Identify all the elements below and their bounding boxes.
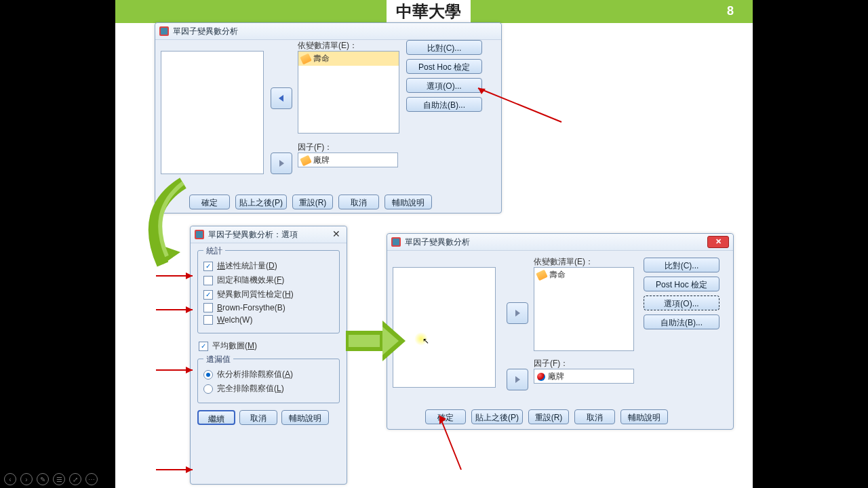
bootstrap-button[interactable]: 自助法(B)...: [644, 314, 719, 329]
cancel-button[interactable]: 取消: [574, 409, 615, 424]
scale-icon: [300, 53, 312, 64]
scale-icon: [536, 269, 548, 281]
missing-group-label: 遺漏值: [203, 354, 233, 365]
welch-checkbox[interactable]: Welch(W): [203, 315, 334, 325]
prev-slide-button[interactable]: ‹: [4, 473, 16, 485]
dependent-item[interactable]: 壽命: [537, 269, 631, 281]
arrow-left-icon: [277, 94, 286, 103]
contrast-button[interactable]: 比對(C)...: [406, 40, 482, 55]
nominal-icon: [537, 373, 545, 381]
cancel-button[interactable]: 取消: [338, 195, 379, 209]
factor-field[interactable]: 廠牌: [298, 152, 398, 167]
reset-button[interactable]: 重設(R): [292, 195, 333, 209]
source-variable-list[interactable]: [393, 267, 496, 388]
options-button[interactable]: 選項(O)...: [406, 78, 482, 93]
cursor-icon: ↖: [422, 336, 429, 346]
options-dialog-title: 單因子變異數分析：選項: [208, 229, 298, 241]
paste-button[interactable]: 貼上之後(P): [235, 195, 287, 209]
scale-icon: [300, 155, 312, 166]
close-button[interactable]: ✕: [707, 236, 729, 248]
move-to-dependent-button[interactable]: [271, 87, 292, 109]
dependent-item[interactable]: 壽命: [298, 52, 399, 66]
next-slide-button[interactable]: ›: [20, 473, 33, 485]
svg-marker-12: [157, 244, 180, 264]
reset-button[interactable]: 重設(R): [528, 409, 569, 424]
factor-field[interactable]: 廠牌: [534, 369, 634, 384]
options-cancel-button[interactable]: 取消: [239, 410, 277, 425]
means-plot-checkbox[interactable]: ✓平均數圖(M): [199, 340, 340, 352]
more-button[interactable]: ⋯: [85, 473, 98, 485]
exclude-listwise-radio[interactable]: 完全排除觀察值(L): [203, 383, 334, 394]
dependent-variable-list[interactable]: 壽命: [298, 51, 399, 134]
statistics-group: 統計 ✓描述性統計量(D) 固定和隨機效果(F) ✓變異數同質性檢定(H) Br…: [197, 250, 340, 333]
arrow-right-icon: [513, 375, 522, 384]
university-label: 中華大學: [387, 0, 471, 23]
help-button[interactable]: 輔助說明: [384, 195, 432, 209]
factor-label: 因子(F)：: [534, 358, 568, 369]
descriptive-checkbox[interactable]: ✓描述性統計量(D): [203, 260, 334, 272]
brown-forsythe-checkbox[interactable]: Brown-Forsythe(B): [203, 303, 334, 312]
help-button[interactable]: 輔助說明: [620, 409, 668, 424]
dependent-variable-list[interactable]: 壽命: [534, 267, 634, 351]
anova-dialog-2: 單因子變異數分析 ✕ ↖ 依變數清單(E)： 壽命 因子(F)： 廠牌 比對(C…: [387, 233, 734, 430]
close-button[interactable]: ✕: [330, 229, 342, 240]
app-icon: [195, 230, 204, 239]
presenter-toolbar: ‹ › ✎ ☰ ⤢ ⋯: [4, 473, 98, 485]
continue-button[interactable]: 繼續: [197, 410, 235, 425]
posthoc-button[interactable]: Post Hoc 檢定(H)...: [644, 277, 719, 291]
app-icon: [159, 26, 169, 36]
missing-values-group: 遺漏值 依分析排除觀察值(A) 完全排除觀察值(L): [197, 359, 340, 403]
fixed-random-checkbox[interactable]: 固定和隨機效果(F): [203, 274, 334, 286]
posthoc-button[interactable]: Post Hoc 檢定(H)...: [406, 59, 482, 74]
svg-rect-13: [346, 331, 382, 351]
source-variable-list[interactable]: [161, 51, 264, 174]
homogeneity-checkbox[interactable]: ✓變異數同質性檢定(H): [203, 289, 334, 300]
paste-button[interactable]: 貼上之後(P): [471, 409, 523, 424]
svg-rect-15: [349, 335, 380, 347]
anova-dialog-1: 單因子變異數分析 依變數清單(E)： 壽命 因子(F)： 廠牌: [155, 22, 502, 214]
slide-number: 8: [727, 4, 734, 18]
move-to-factor-button[interactable]: [271, 152, 292, 174]
ok-button[interactable]: 確定: [189, 195, 230, 209]
pen-button[interactable]: ✎: [37, 473, 49, 485]
dialog-title: 單因子變異數分析: [173, 26, 238, 37]
anova-options-dialog: 單因子變異數分析：選項 ✕ 統計 ✓描述性統計量(D) 固定和隨機效果(F) ✓…: [190, 226, 347, 485]
dialog2-title: 單因子變異數分析: [405, 237, 470, 248]
dependent-list-label: 依變數清單(E)：: [298, 40, 357, 52]
exclude-analysis-radio[interactable]: 依分析排除觀察值(A): [203, 369, 334, 380]
contrast-button[interactable]: 比對(C)...: [644, 258, 719, 272]
options-button[interactable]: 選項(O)...: [644, 296, 719, 310]
dependent-list-label: 依變數清單(E)：: [534, 256, 593, 268]
ok-button[interactable]: 確定: [425, 409, 466, 424]
menu-button[interactable]: ☰: [53, 473, 65, 485]
move-to-dependent-button[interactable]: [507, 302, 528, 324]
app-icon: [391, 237, 401, 247]
bootstrap-button[interactable]: 自助法(B)...: [406, 97, 482, 112]
factor-label: 因子(F)：: [298, 142, 332, 153]
zoom-button[interactable]: ⤢: [69, 473, 81, 485]
statistics-group-label: 統計: [203, 245, 225, 257]
arrow-right-icon: [513, 308, 522, 318]
options-help-button[interactable]: 輔助說明: [281, 410, 329, 425]
move-to-factor-button[interactable]: [507, 369, 528, 390]
arrow-right-icon: [277, 159, 286, 168]
